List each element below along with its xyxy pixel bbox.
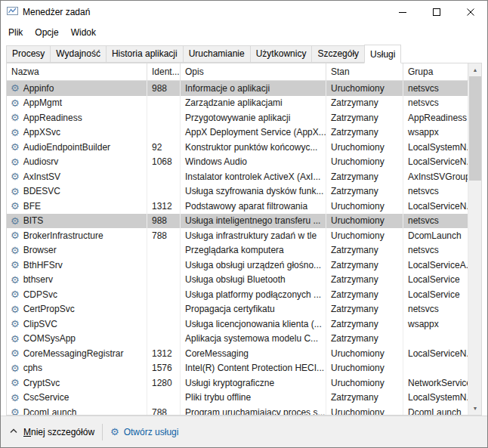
service-gear-icon: ⚙ [11, 216, 20, 226]
service-row-Browser[interactable]: ⚙BrowserPrzeglądarka komputeraZatrzymany… [7, 243, 468, 258]
service-row-BITS[interactable]: ⚙BITS988Usługa inteligentnego transferu … [7, 214, 468, 229]
menu-plik[interactable]: Plik [2, 25, 29, 40]
app-icon[interactable] [7, 5, 18, 19]
service-pid [147, 302, 181, 317]
service-pid [147, 258, 181, 273]
vertical-scrollbar[interactable]: ▲ ▼ [468, 63, 481, 415]
service-name-cell: ⚙ClipSVC [7, 317, 147, 332]
service-name-cell: ⚙CryptSvc [7, 375, 147, 391]
service-row-DcomLaunch[interactable]: ⚙DcomLaunch788Program uruchamiający proc… [7, 405, 468, 415]
column-header-pid[interactable]: Ident... [147, 63, 181, 80]
service-pid [147, 110, 181, 125]
service-row-CDPSvc[interactable]: ⚙CDPSvcUsługa platformy podłączonych ...… [7, 287, 468, 302]
service-group [403, 332, 468, 347]
services-table-body: ⚙Appinfo988Informacje o aplikacjiUruchom… [7, 81, 468, 415]
service-status: Uruchomiony [326, 228, 403, 243]
service-pid [147, 287, 181, 302]
tab-procesy[interactable]: Procesy [6, 45, 51, 63]
service-name: bthserv [23, 274, 53, 285]
less-details-button[interactable]: Mniej szczegółów [9, 427, 94, 437]
service-row-BthHFSrv[interactable]: ⚙BthHFSrvUsługa obsługi urządzeń głośno.… [7, 258, 468, 273]
tab-usługi[interactable]: Usługi [364, 45, 401, 63]
service-status: Uruchomiony [326, 346, 403, 361]
minimize-button[interactable] [385, 1, 419, 23]
service-row-CscService[interactable]: ⚙CscServicePliki trybu offlineZatrzymany… [7, 391, 468, 406]
tab-szczegóły[interactable]: Szczegóły [311, 45, 365, 63]
service-row-bthserv[interactable]: ⚙bthservUsługa obsługi BluetoothZatrzyma… [7, 273, 468, 288]
service-row-CertPropSvc[interactable]: ⚙CertPropSvcPropagacja certyfikatuZatrzy… [7, 302, 468, 317]
window-title: Menedżer zadań [23, 7, 90, 17]
close-button[interactable] [453, 1, 487, 23]
service-group: LocalService [403, 287, 468, 302]
service-pid: 988 [147, 214, 181, 229]
less-details-label: Mniej szczegółów [23, 427, 94, 437]
service-name: AppReadiness [23, 113, 82, 123]
service-desc: Instalator kontrolek ActiveX (AxI... [181, 169, 326, 184]
service-row-ClipSVC[interactable]: ⚙ClipSVCUsługa licencjonowania klienta (… [7, 317, 468, 332]
service-name: DcomLaunch [23, 407, 77, 415]
service-pid [147, 243, 181, 258]
service-row-CoreMessagingRegistrar[interactable]: ⚙CoreMessagingRegistrar1312CoreMessaging… [7, 346, 468, 361]
service-status: Zatrzymany [326, 287, 403, 302]
scroll-down-button[interactable]: ▼ [469, 402, 481, 415]
tab-wydajność[interactable]: Wydajność [50, 45, 107, 63]
open-services-link[interactable]: ⚙ Otwórz usługi [110, 427, 178, 437]
service-name-cell: ⚙Browser [7, 243, 147, 258]
menu-opcje[interactable]: Opcje [29, 25, 64, 40]
service-row-CryptSvc[interactable]: ⚙CryptSvc1280Usługi kryptograficzneUruch… [7, 375, 468, 391]
service-pid: 1312 [147, 346, 181, 361]
service-desc: Konstruktor punktów końcowyc... [181, 140, 326, 155]
maximize-button[interactable] [419, 1, 453, 23]
open-services-label: Otwórz usługi [124, 427, 179, 437]
service-row-COMSysApp[interactable]: ⚙COMSysAppAplikacja systemowa modelu C..… [7, 332, 468, 347]
service-name: BITS [23, 215, 44, 226]
service-name-cell: ⚙DcomLaunch [7, 405, 147, 415]
tab-uruchamianie[interactable]: Uruchamianie [183, 45, 251, 63]
service-row-cphs[interactable]: ⚙cphs1576Intel(R) Content Protection HEC… [7, 361, 468, 376]
column-header-name[interactable]: Nazwa [7, 63, 147, 80]
column-header-status[interactable]: Stan [326, 63, 403, 80]
service-row-BDESVC[interactable]: ⚙BDESVCUsługa szyfrowania dysków funk...… [7, 184, 468, 199]
scrollbar-track[interactable] [469, 76, 481, 402]
service-name-cell: ⚙AppMgmt [7, 96, 147, 111]
service-row-AppMgmt[interactable]: ⚙AppMgmtZarządzanie aplikacjamiZatrzyman… [7, 96, 468, 111]
menu-widok[interactable]: Widok [65, 25, 102, 40]
service-row-Appinfo[interactable]: ⚙Appinfo988Informacje o aplikacjiUruchom… [7, 81, 468, 96]
service-pid [147, 125, 181, 141]
service-name-cell: ⚙cphs [7, 361, 147, 376]
service-row-BrokerInfrastructure[interactable]: ⚙BrokerInfrastructure788Usługa infrastru… [7, 228, 468, 243]
service-name-cell: ⚙CscService [7, 391, 147, 406]
service-group: netsvcs [403, 302, 468, 317]
tab-historia-aplikacji[interactable]: Historia aplikacji [106, 45, 184, 63]
service-status: Zatrzymany [326, 169, 403, 184]
service-row-Audiosrv[interactable]: ⚙Audiosrv1068Windows AudioUruchomionyLoc… [7, 155, 468, 170]
service-row-AppXSvc[interactable]: ⚙AppXSvcAppX Deployment Service (AppX...… [7, 125, 468, 141]
services-list: NazwaIdent...OpisStanGrupa ⚙Appinfo988In… [7, 63, 468, 415]
service-gear-icon: ⚙ [11, 304, 20, 314]
service-row-BFE[interactable]: ⚙BFE1312Podstawowy aparat filtrowaniaUru… [7, 199, 468, 214]
service-name: cphs [23, 363, 42, 373]
service-pid [147, 96, 181, 111]
service-status: Zatrzymany [326, 302, 403, 317]
tab-użytkownicy[interactable]: Użytkownicy [250, 45, 313, 63]
service-row-AppReadiness[interactable]: ⚙AppReadinessPrzygotowywanie aplikacjiZa… [7, 110, 468, 125]
service-row-AudioEndpointBuilder[interactable]: ⚙AudioEndpointBuilder92Konstruktor punkt… [7, 140, 468, 155]
service-desc: Aplikacja systemowa modelu C... [181, 332, 326, 347]
service-pid [147, 332, 181, 347]
service-desc: AppX Deployment Service (AppX... [181, 125, 326, 141]
service-group: netsvcs [403, 243, 468, 258]
scroll-up-button[interactable]: ▲ [469, 63, 481, 76]
service-row-AxInstSV[interactable]: ⚙AxInstSVInstalator kontrolek ActiveX (A… [7, 169, 468, 184]
column-header-group[interactable]: Grupa [403, 63, 468, 80]
service-group: NetworkService [403, 375, 468, 391]
service-name: BthHFSrv [23, 260, 63, 270]
service-status: Uruchomiony [326, 405, 403, 415]
titlebar[interactable]: Menedżer zadań [1, 1, 487, 23]
service-name: Browser [23, 245, 57, 255]
column-header-desc[interactable]: Opis [181, 63, 326, 80]
scrollbar-thumb[interactable] [469, 76, 481, 181]
services-table-header: NazwaIdent...OpisStanGrupa [7, 63, 468, 81]
service-name: AppMgmt [23, 97, 62, 108]
service-gear-icon: ⚙ [11, 246, 20, 255]
service-desc: Usługa szyfrowania dysków funk... [181, 184, 326, 199]
